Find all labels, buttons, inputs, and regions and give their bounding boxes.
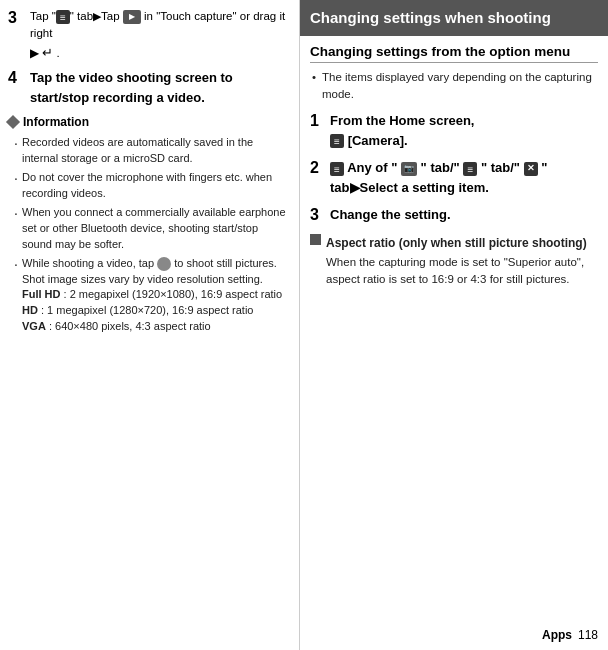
right-header: Changing settings when shooting: [300, 0, 608, 36]
left-column: 3 Tap "" tab▶Tap in "Touch capture" or d…: [0, 0, 300, 650]
diamond-icon: [6, 115, 20, 129]
step-4-row: 4 Tap the video shooting screen to start…: [8, 68, 289, 107]
aspect-text: Aspect ratio (only when still picture sh…: [326, 234, 598, 289]
step2-tab2-label: " tab/": [481, 160, 520, 175]
step3-tap-label: Tap ": [30, 10, 56, 22]
step2-tab2-icon: [463, 162, 477, 176]
step3-arrow2: ▶: [30, 47, 39, 59]
info-bullet-3: When you connect a commercially availabl…: [12, 205, 289, 253]
info-bullet-4: While shooting a video, tap to shoot sti…: [12, 256, 289, 336]
option-menu-bullet: The items displayed vary depending on th…: [310, 69, 598, 104]
return-symbol: ↵: [42, 43, 53, 63]
step2-any-label: Any of ": [347, 160, 397, 175]
right-step-2: 2 Any of " 📷 " tab/" " tab/" " tab▶Selec…: [310, 158, 598, 197]
menu-icon: [56, 10, 70, 24]
step1-from-label: From the Home screen,: [330, 113, 475, 128]
arrow-icon: ▶: [93, 10, 101, 22]
right-step-2-number: 2: [310, 158, 330, 179]
aspect-section: Aspect ratio (only when still picture sh…: [310, 234, 598, 289]
step3-tap2-label: Tap: [101, 10, 123, 22]
step-4-number: 4: [8, 68, 26, 89]
right-column: Changing settings when shooting Changing…: [300, 0, 608, 650]
vga-label: VGA: [22, 320, 46, 332]
right-step-3-text: Change the setting.: [330, 205, 598, 225]
step3-dot: .: [56, 47, 59, 59]
apps-label: Apps: [542, 628, 572, 642]
step-3-text: Tap "" tab▶Tap in "Touch capture" or dra…: [30, 8, 289, 62]
right-content: Changing settings from the option menu T…: [300, 36, 608, 297]
right-step-1: 1 From the Home screen, [Camera].: [310, 111, 598, 150]
page-number: 118: [578, 628, 598, 642]
footer: Apps 118: [542, 628, 598, 642]
step2-camera-tab-icon: 📷: [401, 162, 417, 176]
step-4-text: Tap the video shooting screen to start/s…: [30, 68, 289, 107]
circle-camera-icon: [157, 257, 171, 271]
right-step-3-number: 3: [310, 205, 330, 226]
right-step-1-text: From the Home screen, [Camera].: [330, 111, 598, 150]
step2-menu-icon: [330, 162, 344, 176]
right-step-3: 3 Change the setting.: [310, 205, 598, 226]
fullhd-label: Full HD: [22, 288, 61, 300]
video-rec-icon: [123, 10, 141, 24]
section-title: Changing settings from the option menu: [310, 44, 598, 63]
hd-label: HD: [22, 304, 38, 316]
info-header: Information: [8, 113, 289, 131]
square-bullet-icon: [310, 234, 321, 245]
step-3-row: 3 Tap "" tab▶Tap in "Touch capture" or d…: [8, 8, 289, 62]
right-step-1-number: 1: [310, 111, 330, 132]
info-header-label: Information: [23, 113, 89, 131]
step3-tab-label: " tab: [70, 10, 93, 22]
step1-camera-label: [Camera].: [348, 133, 408, 148]
step2-tab1-label: " tab/": [421, 160, 460, 175]
right-header-title: Changing settings when shooting: [310, 9, 551, 26]
info-section: Information Recorded videos are automati…: [8, 113, 289, 335]
info-bullet-1: Recorded videos are automatically saved …: [12, 135, 289, 167]
step2-cross-icon: [524, 162, 538, 176]
info-bullet-2: Do not cover the microphone with fingers…: [12, 170, 289, 202]
aspect-body: When the capturing mode is set to "Super…: [326, 254, 598, 289]
home-menu-icon: [330, 134, 344, 148]
aspect-title: Aspect ratio (only when still picture sh…: [326, 234, 598, 252]
bullet4-start: While shooting a video, tap: [22, 257, 157, 269]
step-3-number: 3: [8, 8, 26, 29]
info-bullet-list: Recorded videos are automatically saved …: [12, 135, 289, 335]
right-step-2-text: Any of " 📷 " tab/" " tab/" " tab▶Select …: [330, 158, 598, 197]
